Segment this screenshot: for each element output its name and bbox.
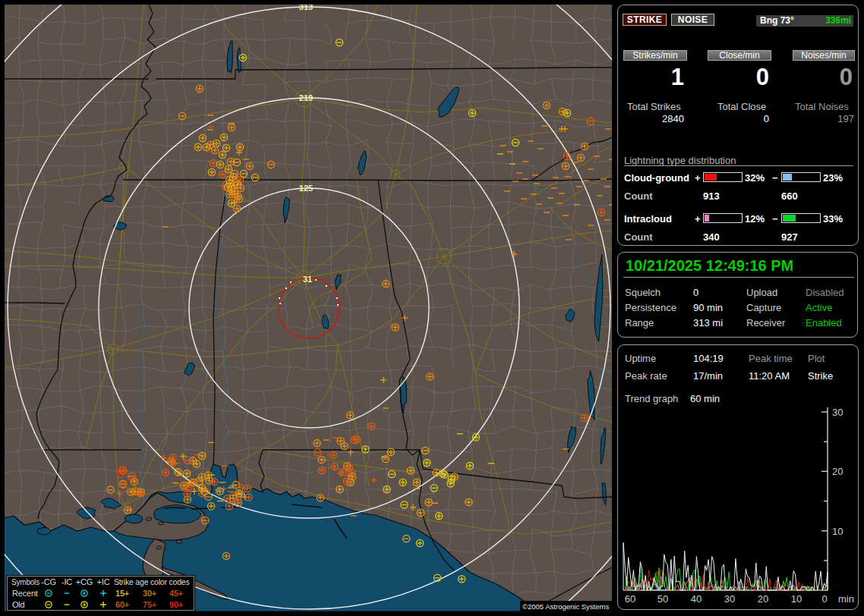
svg-text:20: 20 — [758, 593, 768, 605]
svg-text:219: 219 — [299, 93, 313, 102]
svg-text:min: min — [838, 593, 854, 605]
svg-text:60: 60 — [625, 593, 635, 605]
svg-text:30: 30 — [832, 407, 843, 418]
svg-text:©2005 Astrogenic Systems: ©2005 Astrogenic Systems — [522, 602, 609, 611]
svg-text:31: 31 — [303, 275, 312, 284]
svg-text:10: 10 — [791, 593, 802, 605]
svg-text:10: 10 — [832, 526, 843, 537]
svg-text:20: 20 — [832, 466, 843, 477]
svg-text:125: 125 — [299, 184, 313, 193]
svg-text:50: 50 — [657, 593, 668, 605]
svg-text:40: 40 — [691, 593, 702, 605]
svg-text:30: 30 — [724, 593, 735, 605]
svg-text:313: 313 — [299, 5, 313, 11]
svg-text:0: 0 — [821, 593, 827, 605]
